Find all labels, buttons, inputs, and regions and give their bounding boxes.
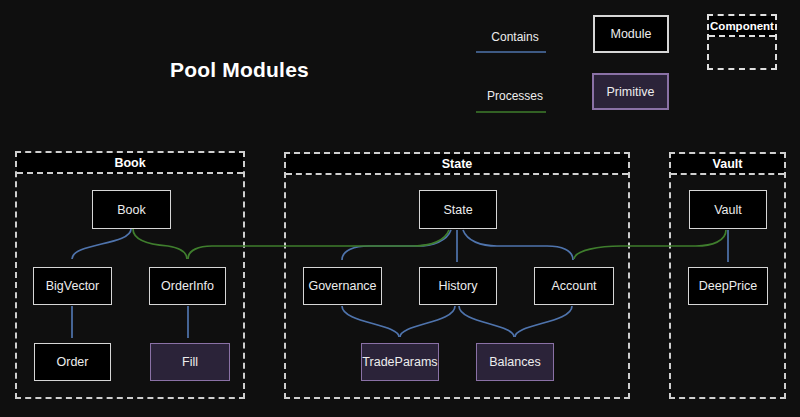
node-governance: Governance [303,267,382,305]
node-balances-label: Balances [489,355,540,369]
node-balances: Balances [476,343,554,381]
node-tradeparams: TradeParams [361,343,439,381]
edge-history-tradeparams [400,306,455,337]
node-order: Order [34,343,111,381]
edge-book-bigvector [72,229,131,259]
pool-modules-diagram: Pool Modules Contains Processes Module P… [0,0,800,417]
node-governance-label: Governance [308,279,376,293]
edge-state-orderinfo [188,230,449,259]
node-deepprice-label: DeepPrice [699,279,757,293]
legend-primitive-label: Primitive [607,85,655,99]
node-bigvector-label: BigVector [46,279,100,293]
edge-state-account [463,230,573,260]
legend-module-label: Module [611,27,652,41]
node-tradeparams-label: TradeParams [362,355,437,369]
node-deepprice: DeepPrice [688,267,768,305]
node-state-label: State [443,203,472,217]
legend-component-box: Component [707,14,777,70]
node-bigvector: BigVector [33,267,112,305]
node-orderinfo-label: OrderInfo [161,279,214,293]
edge-account-balances [515,306,572,337]
edge-state-governance [342,230,451,260]
edge-governance-tradeparams [342,306,399,337]
edge-book-orderinfo [133,229,187,259]
node-order-label: Order [57,355,89,369]
edge-history-balances [459,306,514,337]
node-state: State [419,190,497,229]
node-book: Book [92,190,171,229]
node-orderinfo: OrderInfo [149,267,226,305]
node-vault-label: Vault [714,203,742,217]
node-account: Account [534,267,614,305]
node-account-label: Account [551,279,596,293]
legend-module-box: Module [593,15,669,53]
node-vault: Vault [689,190,767,229]
node-history-label: History [439,279,478,293]
legend-component-label: Component [709,16,775,37]
node-book-label: Book [117,203,146,217]
node-fill: Fill [150,343,230,381]
edge-vault-account [574,230,726,259]
node-history: History [419,267,497,305]
legend-primitive-box: Primitive [592,73,669,110]
node-fill-label: Fill [182,355,198,369]
